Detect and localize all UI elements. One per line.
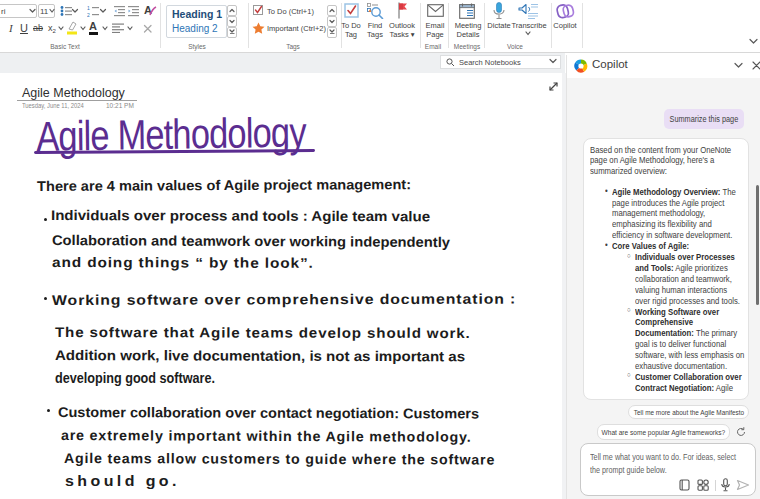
svg-text:1: 1 xyxy=(87,5,90,11)
svg-text:2: 2 xyxy=(87,12,90,18)
